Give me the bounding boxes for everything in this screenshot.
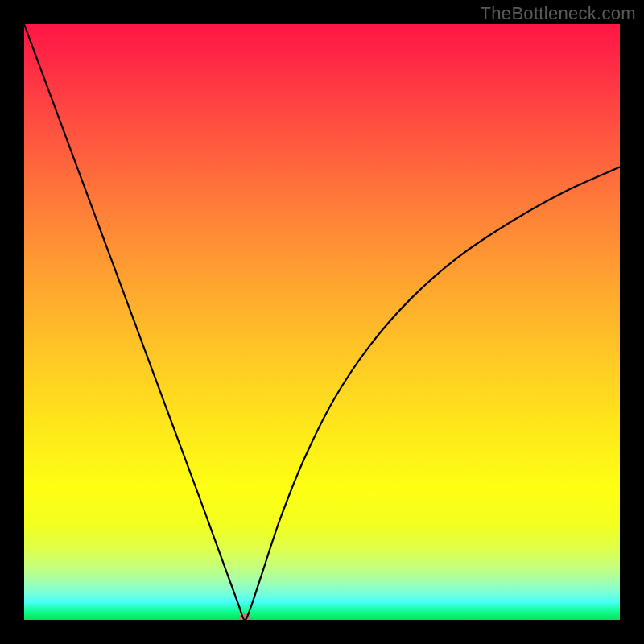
watermark-text: TheBottleneck.com [481,3,636,24]
chart-plot-area [24,24,620,620]
bottleneck-curve [24,24,620,620]
